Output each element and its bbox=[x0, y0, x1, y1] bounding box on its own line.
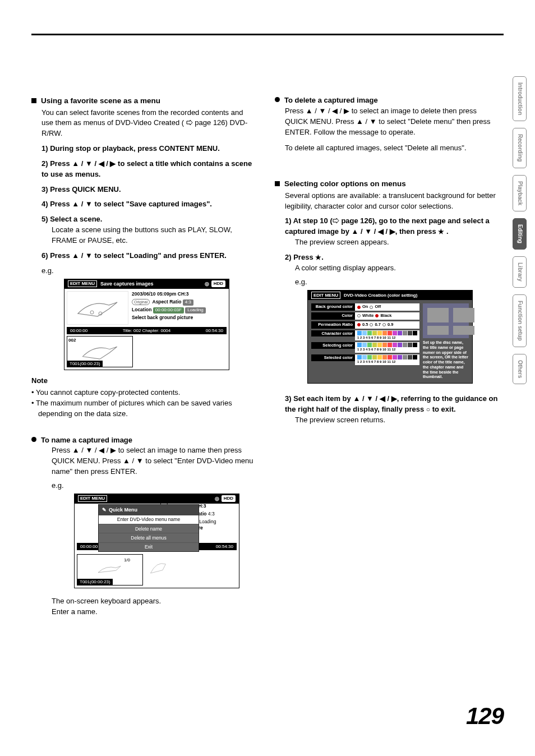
page-ref-arrow-icon bbox=[333, 218, 339, 224]
capture-date: 2003/06/10 05:09pm CH:3 bbox=[132, 291, 227, 297]
tab-recording[interactable]: Recording bbox=[513, 128, 527, 168]
location-value: 00:00:00:03F bbox=[153, 307, 184, 314]
timecode-right: 00:54:30 bbox=[206, 328, 223, 334]
qm-item-enter-name[interactable]: Enter DVD-Video menu name bbox=[99, 515, 199, 524]
subsection-delete-captured: To delete a captured image bbox=[275, 95, 499, 106]
page-number: 129 bbox=[466, 699, 504, 734]
qm-item-exit[interactable]: Exit bbox=[99, 543, 199, 551]
screen-save-captures: EDIT MENU Save captures images ◎ HDD bbox=[64, 279, 229, 371]
preview-pane bbox=[423, 303, 469, 338]
name-tail1: The on-screen keyboard appears. bbox=[52, 596, 256, 607]
airplane-icon bbox=[80, 342, 119, 362]
quick-menu-icon: ✎ bbox=[102, 506, 107, 514]
note-heading: Note bbox=[31, 376, 256, 386]
capture-slot-1[interactable]: 1/0 T001(00:00:23) bbox=[77, 554, 143, 586]
right-column: To delete a captured image Press ▲ / ▼ /… bbox=[275, 95, 499, 430]
star-icon bbox=[315, 253, 321, 261]
capture-preview-thumb bbox=[67, 291, 128, 325]
note-item: You cannot capture copy-protected conten… bbox=[31, 388, 256, 398]
eg-label-1: e.g. bbox=[41, 266, 54, 275]
capture-slot-1[interactable]: 002 T001(00:00:23) bbox=[67, 336, 133, 367]
character-color-swatches[interactable] bbox=[357, 331, 417, 335]
delete-p2: To delete all captured images, select "D… bbox=[285, 143, 499, 154]
section-color-options: Selecting color options on menus bbox=[275, 178, 499, 190]
qm-item-delete-name[interactable]: Delete name bbox=[99, 524, 199, 533]
loading-badge: Loading bbox=[185, 307, 205, 314]
radio-icon[interactable] bbox=[370, 306, 373, 309]
subsection-name-captured: To name a captured image bbox=[31, 435, 256, 446]
note-list: You cannot capture copy-protected conten… bbox=[31, 388, 256, 420]
name-tail2: Enter a name. bbox=[52, 607, 256, 617]
radio-icon[interactable] bbox=[357, 306, 361, 309]
page-ref-arrow-icon bbox=[186, 119, 193, 126]
bullet-icon bbox=[275, 97, 280, 102]
name-instructions: Press ▲ / ▼ / ◀ / ▶ to select an image t… bbox=[52, 445, 256, 477]
title-chapter: Title: 002 Chapter: 0004 bbox=[123, 328, 171, 334]
hdd-badge: HDD bbox=[211, 280, 225, 287]
airplane-icon bbox=[75, 297, 120, 319]
tab-function-setup[interactable]: Function setup bbox=[513, 294, 527, 347]
square-bullet-icon bbox=[31, 98, 36, 103]
aspect-value: 4:3 bbox=[183, 299, 193, 306]
help-text: Set up the disc name, the title name or … bbox=[423, 340, 469, 380]
quick-menu-popup: ✎Quick Menu Enter DVD-Video menu name De… bbox=[98, 504, 199, 552]
note-item: The maximum number of pictures which can… bbox=[31, 398, 256, 420]
edit-menu-badge: EDIT MENU bbox=[78, 495, 107, 502]
star-icon bbox=[438, 227, 444, 236]
eg-label-3: e.g. bbox=[295, 278, 307, 286]
square-bullet-icon bbox=[275, 181, 280, 186]
color-intro: Several options are available: a translu… bbox=[285, 191, 499, 212]
selecting-color-swatches[interactable] bbox=[357, 343, 417, 347]
thumb-timestamp: T001(00:00:23) bbox=[67, 361, 103, 367]
top-rule bbox=[31, 34, 504, 35]
tab-playback[interactable]: Playback bbox=[513, 175, 527, 211]
selected-color-swatches[interactable] bbox=[357, 355, 417, 359]
disc-icon: ◎ bbox=[205, 280, 209, 288]
tab-others[interactable]: Others bbox=[513, 354, 527, 384]
tab-library[interactable]: Library bbox=[513, 256, 527, 288]
screen1-title: Save captures images bbox=[100, 280, 154, 288]
svg-point-0 bbox=[90, 311, 94, 314]
eg-label-2: e.g. bbox=[52, 481, 64, 490]
section-title: Using a favorite scene as a menu bbox=[41, 95, 160, 107]
hdd-badge: HDD bbox=[222, 495, 236, 502]
color-steps: 1) At step 10 ( page 126), go to the nex… bbox=[285, 216, 499, 425]
edit-menu-badge: EDIT MENU bbox=[68, 280, 97, 287]
tab-editing[interactable]: Editing bbox=[513, 218, 527, 250]
delete-p1: Press ▲ / ▼ / ◀ / ▶ to select an image t… bbox=[285, 106, 499, 138]
screen-color-setting: EDIT MENU DVD-Video Creation (color sett… bbox=[307, 290, 473, 384]
bullet-icon bbox=[31, 437, 36, 442]
original-pill: Original bbox=[132, 299, 150, 305]
timecode-left: 00:00:00 bbox=[70, 328, 87, 334]
section-favorite-scene: Using a favorite scene as a menu bbox=[31, 95, 256, 107]
left-column: Using a favorite scene as a menu You can… bbox=[31, 95, 256, 617]
select-bg-label: Select back ground picture bbox=[132, 315, 227, 321]
step5-sub: Locate a scene using the buttons such as… bbox=[41, 225, 256, 246]
qm-item-delete-all[interactable]: Delete all menus bbox=[99, 533, 199, 542]
screen-quick-menu: EDIT MENU ◎ HDD ✎Quick Menu Enter DVD-Vi… bbox=[74, 494, 239, 589]
tab-introduction[interactable]: Introduction bbox=[513, 76, 527, 121]
side-tabs: Introduction Recording Playback Editing … bbox=[513, 76, 527, 391]
disc-icon: ◎ bbox=[215, 495, 219, 503]
steps-list: 1) During stop or playback, press CONTEN… bbox=[41, 144, 256, 261]
